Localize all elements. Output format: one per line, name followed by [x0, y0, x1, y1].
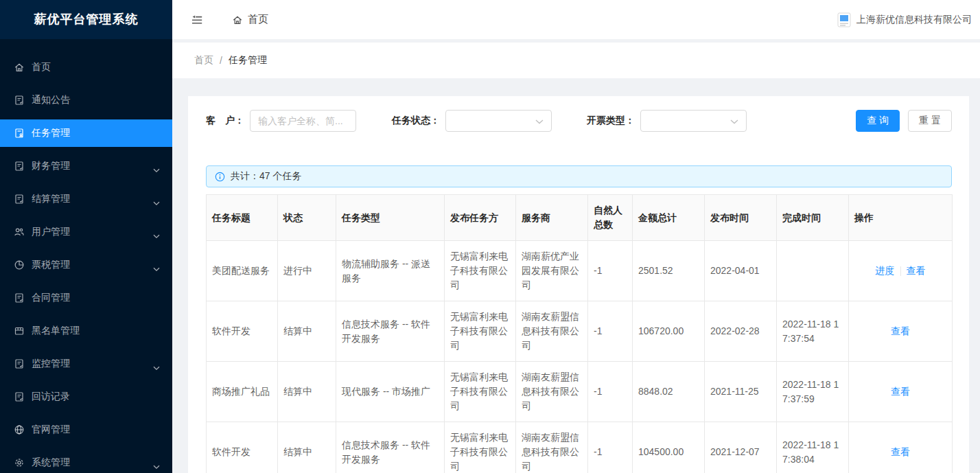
cell-status: 结算中	[278, 362, 336, 422]
settle-icon	[14, 194, 25, 205]
view-link[interactable]: 查看	[891, 446, 910, 457]
breadcrumb: 首页 / 任务管理	[172, 43, 980, 78]
sidebar-item-users[interactable]: 用户管理	[0, 218, 172, 246]
view-link[interactable]: 查看	[891, 386, 910, 397]
avatar[interactable]	[837, 12, 851, 27]
cell-type: 信息技术服务 -- 软件开发服务	[336, 301, 445, 362]
invoice-type-label: 开票类型：	[587, 115, 635, 127]
monitor-icon	[14, 358, 25, 369]
invoice-type-select[interactable]	[640, 110, 747, 132]
tasks-table: 任务标题 状态 任务类型 发布任务方 服务商 自然人总数 金额总计 发布时间 完…	[206, 194, 953, 473]
customer-input[interactable]	[250, 110, 356, 132]
chevron-down-icon	[535, 119, 544, 124]
task-icon	[14, 128, 25, 139]
customer-label: 客 户：	[206, 115, 244, 127]
cell-title: 美团配送服务	[207, 241, 278, 301]
current-company[interactable]: 上海薪优信息科技有限公司	[856, 14, 972, 26]
cell-title: 商场推广礼品	[207, 362, 278, 422]
reset-button[interactable]: 重 置	[908, 110, 952, 132]
sidebar-item-finance[interactable]: 财务管理	[0, 152, 172, 180]
table-row: 商场推广礼品 结算中 现代服务 -- 市场推广 无锡富利来电子科技有限公司 湖南…	[207, 362, 953, 422]
cell-publisher: 无锡富利来电子科技有限公司	[445, 422, 516, 473]
sidebar-item-home[interactable]: 首页	[0, 54, 172, 81]
content-card: 客 户： 任务状态： 开票类型： 查 询 重 置 共计：47 个任务	[188, 96, 969, 473]
cell-publish-time: 2021-12-07	[705, 422, 777, 473]
sidebar-item-label: 监控管理	[32, 358, 70, 370]
table-row: 软件开发 结算中 信息技术服务 -- 软件开发服务 无锡富利来电子科技有限公司 …	[207, 422, 953, 473]
menu-fold-icon[interactable]	[191, 14, 203, 26]
table-row: 软件开发 结算中 信息技术服务 -- 软件开发服务 无锡富利来电子科技有限公司 …	[207, 301, 953, 362]
sidebar-item-label: 黑名单管理	[32, 325, 80, 337]
cell-finish-time	[777, 241, 849, 301]
cell-amount: 2501.52	[633, 241, 705, 301]
sidebar-item-label: 结算管理	[32, 193, 70, 205]
sidebar-item-settlement[interactable]: 结算管理	[0, 185, 172, 213]
cell-type: 物流辅助服务 -- 派送服务	[336, 241, 445, 301]
breadcrumb-current: 任务管理	[229, 54, 267, 67]
tab-home[interactable]: 首页	[232, 13, 268, 26]
cell-title: 软件开发	[207, 301, 278, 362]
contract-icon	[14, 292, 25, 303]
sidebar-item-label: 任务管理	[32, 127, 70, 139]
cell-provider: 湖南友薪盟信息科技有限公司	[516, 422, 588, 473]
cell-title: 软件开发	[207, 422, 278, 473]
sidebar-menu: 首页 通知公告 任务管理 财务管理	[0, 39, 172, 473]
sidebar-item-system[interactable]: 系统管理	[0, 449, 172, 473]
sidebar-item-label: 票税管理	[32, 259, 70, 271]
col-header-ops: 操作	[849, 195, 953, 241]
cell-publisher: 无锡富利来电子科技有限公司	[445, 301, 516, 362]
col-header-status: 状态	[278, 195, 336, 241]
pie-icon	[14, 259, 25, 270]
sidebar-item-website[interactable]: 官网管理	[0, 416, 172, 443]
sidebar-item-monitor[interactable]: 监控管理	[0, 350, 172, 378]
sidebar-item-notice[interactable]: 通知公告	[0, 86, 172, 114]
cell-ops: 查看	[849, 362, 953, 422]
top-header: 首页 上海薪优信息科技有限公司	[172, 0, 980, 39]
cell-type: 信息技术服务 -- 软件开发服务	[336, 422, 445, 473]
cell-finish-time: 2022-11-18 17:37:54	[777, 301, 849, 362]
cell-publish-time: 2021-11-25	[705, 362, 777, 422]
cell-amount: 106720.00	[633, 301, 705, 362]
chevron-down-icon	[730, 119, 738, 124]
sidebar-item-blacklist[interactable]: 黑名单管理	[0, 317, 172, 345]
cell-status: 进行中	[278, 241, 336, 301]
sidebar-item-label: 通知公告	[32, 94, 70, 106]
cell-persons: -1	[588, 241, 633, 301]
col-header-persons: 自然人总数	[588, 195, 633, 241]
main-area: 首页 上海薪优信息科技有限公司 首页 / 任务管理 客 户： 任务状态： 开票类…	[172, 0, 980, 473]
cell-ops: 查看	[849, 301, 953, 362]
sidebar-item-label: 系统管理	[32, 457, 70, 469]
tab-home-label: 首页	[248, 13, 268, 26]
finance-icon	[14, 161, 25, 172]
sidebar-item-callback[interactable]: 回访记录	[0, 383, 172, 411]
sidebar-item-tasks[interactable]: 任务管理	[0, 119, 172, 147]
cell-persons: -1	[588, 301, 633, 362]
progress-link[interactable]: 进度	[876, 265, 895, 276]
blacklist-icon	[14, 325, 25, 336]
info-icon	[215, 172, 225, 182]
col-header-provider: 服务商	[516, 195, 588, 241]
home-icon	[14, 62, 25, 73]
cell-provider: 湖南友薪盟信息科技有限公司	[516, 362, 588, 422]
breadcrumb-home[interactable]: 首页	[194, 54, 213, 67]
cell-finish-time: 2022-11-18 17:38:04	[777, 422, 849, 473]
view-link[interactable]: 查看	[907, 265, 926, 276]
sidebar-item-label: 财务管理	[32, 160, 70, 172]
breadcrumb-separator: /	[220, 55, 222, 66]
cell-ops: 查看	[849, 422, 953, 473]
view-link[interactable]: 查看	[891, 325, 910, 336]
cell-publish-time: 2022-04-01	[705, 241, 777, 301]
chevron-down-icon	[153, 461, 160, 465]
app-title: 薪优平台管理系统	[0, 0, 172, 39]
task-status-label: 任务状态：	[392, 115, 440, 127]
chevron-down-icon	[153, 164, 160, 169]
sidebar-item-tax[interactable]: 票税管理	[0, 251, 172, 279]
sidebar-item-contract[interactable]: 合同管理	[0, 284, 172, 312]
cell-provider: 湖南友薪盟信息科技有限公司	[516, 301, 588, 362]
col-header-publisher: 发布任务方	[445, 195, 516, 241]
task-status-select[interactable]	[445, 110, 552, 132]
callback-icon	[14, 391, 25, 402]
chevron-down-icon	[153, 230, 160, 235]
chevron-down-icon	[153, 263, 160, 268]
search-button[interactable]: 查 询	[856, 110, 900, 132]
